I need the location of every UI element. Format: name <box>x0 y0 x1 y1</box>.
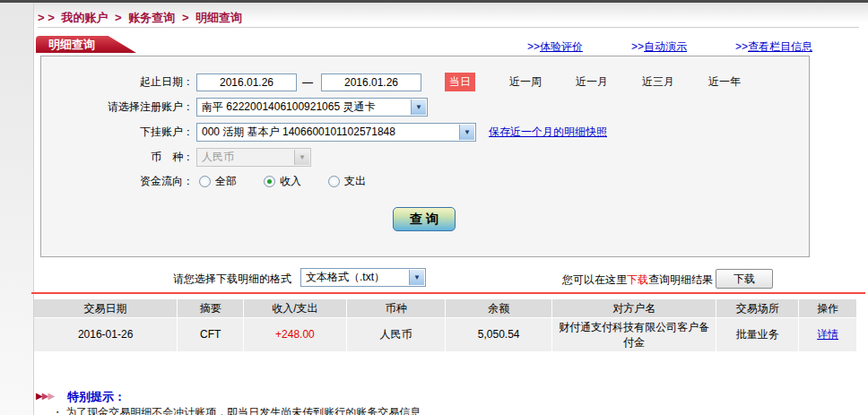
download-hint-before: 您可以在这里 <box>562 273 627 286</box>
detail-link[interactable]: 详情 <box>817 327 838 342</box>
left-sidebar-strip <box>0 3 34 415</box>
sub-account-value: 000 活期 基本户 1406600101102571848 <box>202 125 395 138</box>
currency-select-disabled: 人民币 ▼ <box>196 148 311 167</box>
save-snapshot-link[interactable]: 保存近一个月的明细快照 <box>489 125 607 140</box>
download-format-value: 文本格式（.txt） <box>306 271 385 283</box>
header-channel: 交易场所 <box>716 299 798 317</box>
date-from-input[interactable] <box>196 73 297 91</box>
breadcrumb-separator: > <box>115 11 122 24</box>
header-counterparty: 对方户名 <box>552 299 716 317</box>
results-table: 交易日期 摘要 收入/支出 币种 余额 对方户名 交易场所 操作 2016-01… <box>34 299 856 351</box>
fund-flow-options: 全部 收入 支出 <box>199 174 393 189</box>
cell-date: 2016-01-26 <box>34 318 177 351</box>
radio-icon[interactable] <box>199 176 211 187</box>
register-account-select[interactable]: 南平 6222001406100921065 灵通卡 ▼ <box>196 98 428 117</box>
link-auto-demo[interactable]: >>自动演示 <box>631 39 687 55</box>
currency-label: 币 种： <box>41 150 194 165</box>
special-tips-line: ・ 为了现金交易明细不会冲计账项，即当日发生尚未传到账行的账务交易信息 <box>52 405 421 415</box>
download-button[interactable]: 下载 <box>716 269 773 289</box>
quick-range-today[interactable]: 当日 <box>445 73 475 91</box>
cell-amount: +248.00 <box>244 318 346 351</box>
radio-income-label: 收入 <box>280 174 301 189</box>
breadcrumb: > > 我的账户 > 账务查询 > 明细查询 <box>38 10 246 26</box>
link-label: 体验评价 <box>540 40 583 53</box>
header-date: 交易日期 <box>34 299 177 317</box>
radio-income[interactable]: 收入 <box>264 174 301 189</box>
radio-all[interactable]: 全部 <box>199 174 237 189</box>
register-account-value: 南平 6222001406100921065 灵通卡 <box>202 100 375 113</box>
table-row: 2016-01-26 CFT +248.00 人民币 5,050.54 财付通支… <box>34 318 856 351</box>
cell-balance: 5,050.54 <box>446 318 551 351</box>
triple-arrow-icon: ▶▶▶ <box>36 391 54 401</box>
chevron-down-icon: ▼ <box>294 150 309 165</box>
sub-account-select[interactable]: 000 活期 基本户 1406600101102571848 ▼ <box>196 123 476 142</box>
chevron-down-icon[interactable]: ▼ <box>409 270 424 285</box>
link-label: 自动演示 <box>644 40 687 53</box>
page: > > 我的账户 > 账务查询 > 明细查询 明细查询 >>体验评价 >>自动演… <box>0 0 868 415</box>
header-divider <box>38 27 859 28</box>
sub-account-row: 下挂账户： 000 活期 基本户 1406600101102571848 ▼ 保… <box>41 123 809 142</box>
breadcrumb-item-my-account[interactable]: 我的账户 <box>61 11 108 24</box>
quick-range-week[interactable]: 近一周 <box>509 74 542 90</box>
tab-detail-query: 明细查询 <box>36 36 136 53</box>
link-prefix: >> <box>631 40 644 53</box>
breadcrumb-item-account-query[interactable]: 账务查询 <box>128 11 175 24</box>
breadcrumb-separator: > <box>182 11 189 24</box>
radio-expense-label: 支出 <box>344 174 366 189</box>
tips-bullet: ・ <box>52 406 63 415</box>
quick-range-month[interactable]: 近一月 <box>576 74 608 90</box>
header-currency: 币种 <box>347 299 445 317</box>
header-summary: 摘要 <box>178 299 243 317</box>
special-tips-title: 特别提示： <box>67 389 126 405</box>
register-account-label: 请选择注册账户： <box>41 99 194 115</box>
cell-summary: CFT <box>178 318 243 351</box>
tips-text: 为了现金交易明细不会冲计账项，即当日发生尚未传到账行的账务交易信息 <box>65 406 421 415</box>
radio-icon[interactable] <box>328 176 340 187</box>
link-prefix: >> <box>527 40 540 53</box>
download-format-label: 请您选择下载明细的格式 <box>173 272 291 287</box>
date-separator: — <box>302 76 313 89</box>
radio-all-label: 全部 <box>215 174 237 189</box>
breadcrumb-item-detail-query[interactable]: 明细查询 <box>195 11 242 24</box>
link-experience-rating[interactable]: >>体验评价 <box>527 39 583 55</box>
quick-range-quarter[interactable]: 近三月 <box>642 74 674 90</box>
header-amount: 收入/支出 <box>244 299 346 317</box>
link-view-column-info[interactable]: >>查看栏目信息 <box>735 39 812 55</box>
header-balance: 余额 <box>446 299 551 317</box>
chevron-down-icon[interactable]: ▼ <box>459 125 474 140</box>
chevron-down-icon[interactable]: ▼ <box>411 99 426 115</box>
header-links: >>体验评价 >>自动演示 >>查看栏目信息 <box>527 39 812 55</box>
arrow-icon: ▶ <box>48 391 54 401</box>
query-button[interactable]: 查 询 <box>393 207 456 231</box>
section-divider-red <box>31 292 865 294</box>
arrow-icon: ▶ <box>36 391 42 401</box>
date-range-label: 起止日期： <box>41 74 194 90</box>
download-hint: 您可以在这里下载查询明细结果 <box>562 272 713 288</box>
query-form: 起止日期： — 当日 近一周 近一月 近三月 近一年 请选择注册账户： 南平 6… <box>40 56 810 257</box>
link-prefix: >> <box>735 40 748 53</box>
table-header-row: 交易日期 摘要 收入/支出 币种 余额 对方户名 交易场所 操作 <box>34 299 856 317</box>
sub-account-label: 下挂账户： <box>41 125 194 140</box>
currency-row: 币 种： 人民币 ▼ <box>41 148 809 167</box>
quick-range-year[interactable]: 近一年 <box>708 74 741 90</box>
date-to-input[interactable] <box>321 73 421 91</box>
link-label: 查看栏目信息 <box>748 40 812 53</box>
fund-flow-row: 资金流向： 全部 收入 支出 <box>41 174 809 189</box>
download-format-select[interactable]: 文本格式（.txt） ▼ <box>300 268 426 287</box>
register-account-row: 请选择注册账户： 南平 6222001406100921065 灵通卡 ▼ <box>41 98 809 117</box>
radio-selected-icon[interactable] <box>264 176 275 187</box>
download-hint-link[interactable]: 下载 <box>627 273 648 286</box>
breadcrumb-prefix: > > <box>38 11 55 24</box>
fund-flow-label: 资金流向： <box>41 174 194 189</box>
cell-action: 详情 <box>799 318 856 351</box>
header-action: 操作 <box>799 299 856 317</box>
date-range-row: 起止日期： — 当日 近一周 近一月 近三月 近一年 <box>41 73 809 91</box>
download-hint-after: 查询明细结果 <box>648 273 713 286</box>
cell-channel: 批量业务 <box>716 318 798 351</box>
currency-value: 人民币 <box>202 151 234 163</box>
radio-expense[interactable]: 支出 <box>328 174 366 189</box>
cell-counterparty: 财付通支付科技有限公司客户备付金 <box>552 318 716 351</box>
cell-currency: 人民币 <box>347 318 445 351</box>
